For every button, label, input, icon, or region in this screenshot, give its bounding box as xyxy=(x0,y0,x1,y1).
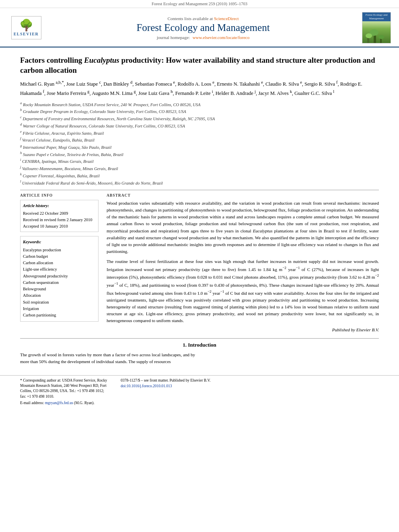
affil-i: i CENIBRA, Ipatinga, Minas Gerais, Brazi… xyxy=(20,157,379,164)
kw-alloc: Allocation xyxy=(23,292,96,299)
affil-a: a Rocky Mountain Research Station, USDA … xyxy=(20,101,379,108)
journal-thumbnail: Forest Ecology and Management xyxy=(362,12,391,43)
authors-line: Michael G. Ryan a,b,*, Jose Luiz Stape c… xyxy=(20,79,379,97)
kw-light-use: Light-use efficiency xyxy=(23,266,96,273)
keywords-label: Keywords: xyxy=(23,239,96,245)
footer-left-col: * Corresponding author at: USDA Forest S… xyxy=(20,378,109,406)
top-journal-info: Forest Ecology and Management 259 (2010)… xyxy=(152,2,247,6)
affil-e: e Fibria Celulose, Aracruz, Espírito San… xyxy=(20,129,379,136)
elsevier-wordmark: ELSEVIER xyxy=(14,32,39,36)
kw-above: Aboveground productivity xyxy=(23,273,96,279)
history-label: Article history: xyxy=(23,203,96,209)
article-info-col: ARTICLE INFO Article history: Received 2… xyxy=(20,193,99,333)
email-link[interactable]: mgryan@fs.fed.us xyxy=(45,401,73,405)
intro-para-1: The growth of wood in forests varies by … xyxy=(20,351,195,365)
abstract-col: ABSTRACT Wood production varies substant… xyxy=(107,193,379,333)
article-title: Factors controlling Eucalyptus productiv… xyxy=(20,55,379,75)
section-title: Introduction xyxy=(188,342,216,348)
article-history-block: Article history: Received 22 October 200… xyxy=(20,200,99,232)
affil-h: h Suzano Papel e Celulose, Teixeira de F… xyxy=(20,150,379,158)
corresponding-note: * Corresponding author at: USDA Forest S… xyxy=(20,378,109,399)
kw-eucalyptus: Eucalyptus production xyxy=(23,247,96,253)
footer-area: * Corresponding author at: USDA Forest S… xyxy=(0,375,399,406)
journal-title: Forest Ecology and Management xyxy=(44,22,362,33)
affiliations-block: a Rocky Mountain Research Station, USDA … xyxy=(20,101,379,186)
published-by: Published by Elsevier B.V. xyxy=(107,327,379,333)
intro-text-columns: The growth of wood in forests varies by … xyxy=(20,351,379,365)
kw-seq: Carbon sequestration xyxy=(23,279,96,286)
homepage-url[interactable]: www.elsevier.com/locate/foreco xyxy=(193,35,250,40)
section-number: 1. xyxy=(183,342,187,348)
abstract-text: Wood production varies substantially wit… xyxy=(107,200,379,333)
article-info-label: ARTICLE INFO xyxy=(20,193,99,197)
kw-below: Belowground xyxy=(23,286,96,292)
affil-c: c Department of Forestry and Environment… xyxy=(20,115,379,122)
article-content: Factors controlling Eucalyptus productiv… xyxy=(0,47,399,369)
footer-right-col: 0378-1127/$ – see front matter. Publishe… xyxy=(121,378,379,406)
kw-soil: Soil respiration xyxy=(23,299,96,306)
affil-f: f Veracel Celulose, Eunápolis, Bahia, Br… xyxy=(20,136,379,143)
divider-2 xyxy=(20,338,379,339)
journal-masthead: 🌳 ELSEVIER Contents lists available at S… xyxy=(0,8,399,47)
sciencedirect-link[interactable]: ScienceDirect xyxy=(214,16,239,21)
revised-date: Received in revised form 2 January 2010 xyxy=(23,217,96,223)
two-col-layout: ARTICLE INFO Article history: Received 2… xyxy=(20,193,379,333)
abstract-para-2: The routine level of forest fertilizatio… xyxy=(107,258,379,324)
issn-line: 0378-1127/$ – see front matter. Publishe… xyxy=(121,378,379,383)
section-heading: 1. Introduction xyxy=(20,342,379,348)
affil-g: g International Paper, Mogi Guaçu, São P… xyxy=(20,143,379,150)
affil-d: d Warner College of Natural Resources, C… xyxy=(20,122,379,129)
introduction-section: 1. Introduction The growth of wood in fo… xyxy=(20,342,379,365)
contents-available-line: Contents lists available at ScienceDirec… xyxy=(44,16,362,21)
kw-irrig: Irrigation xyxy=(23,306,96,312)
journal-center-block: Contents lists available at ScienceDirec… xyxy=(44,16,362,40)
email-note: E-mail address: mgryan@fs.fed.us (M.G. R… xyxy=(20,401,109,406)
journal-cover-image xyxy=(362,21,391,43)
affil-k: k Copener Florestal, Alagoinhas, Bahia, … xyxy=(20,172,379,179)
abstract-label: ABSTRACT xyxy=(107,193,379,197)
accepted-date: Accepted 10 January 2010 xyxy=(23,223,96,230)
top-header-bar: Forest Ecology and Management 259 (2010)… xyxy=(0,0,399,8)
journal-homepage-line: journal homepage: www.elsevier.com/locat… xyxy=(44,35,362,40)
keywords-block: Keywords: Eucalyptus production Carbon b… xyxy=(20,236,99,321)
divider-1 xyxy=(20,190,379,190)
doi-text[interactable]: doi:10.1016/j.foreco.2010.01.013 xyxy=(121,384,172,388)
affil-b: b Graduate Degree Program in Ecology, Co… xyxy=(20,107,379,115)
doi-line: doi:10.1016/j.foreco.2010.01.013 xyxy=(121,384,379,388)
received-date: Received 22 October 2009 xyxy=(23,210,96,217)
abstract-para-1: Wood production varies substantially wit… xyxy=(107,200,379,255)
affil-j: j Vallourec-Mannesmann, Bocaiuva, Minas … xyxy=(20,164,379,172)
kw-carbon-budget: Carbon budget xyxy=(23,253,96,260)
kw-carbon-alloc: Carbon allocation xyxy=(23,260,96,266)
kw-partition: Carbon partitioning xyxy=(23,312,96,318)
affil-l: l Universidade Federal Rural do Semi-Ári… xyxy=(20,179,379,186)
elsevier-logo: 🌳 ELSEVIER xyxy=(8,16,44,39)
